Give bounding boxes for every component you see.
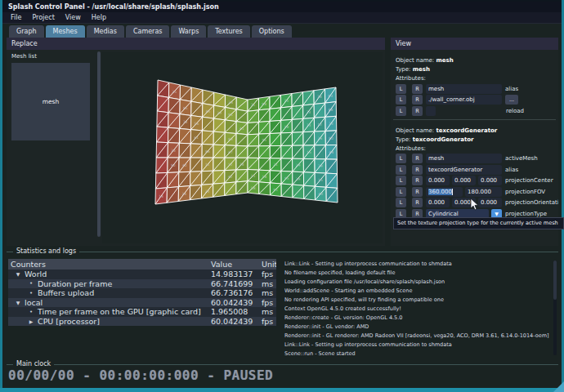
link-l-button[interactable]: L [396,106,406,116]
attribute-name-label: projectionType [505,211,547,217]
tab-warps[interactable]: Warps [171,25,206,38]
column-header-value[interactable]: Value [209,260,260,269]
svg-text:78: 78 [183,120,188,124]
collapsed-icon[interactable]: ▶ [28,318,34,324]
projectionOrientation-input[interactable]: 0.000 [426,198,450,207]
tabbar: GraphMeshesMediasCamerasWarpsTexturesOpt… [9,25,292,38]
svg-text:73: 73 [307,110,311,114]
view-panel-header[interactable]: View [391,38,558,50]
svg-text:23: 23 [205,189,210,194]
link-r-button[interactable]: R [412,84,423,94]
menu-view[interactable]: View [65,12,81,24]
link-r-button[interactable]: R [412,106,423,116]
link-l-button[interactable]: L [396,198,406,207]
log-line: World::addScene - Starting an embedded S… [284,287,551,296]
counter-value: 66.741699 [209,279,260,288]
link-r-button[interactable]: R [412,154,423,163]
window-border-left [0,0,2,392]
link-r-button[interactable]: R [412,198,423,207]
expanded-icon[interactable]: ▼ [15,300,21,305]
mesh-3d-viewport[interactable]: 1435339085784034566185861123393491834712… [102,52,383,243]
projectionCenter-input[interactable]: 0.000 [426,176,450,185]
svg-text:73: 73 [307,123,311,127]
svg-text:71: 71 [251,103,256,107]
counter-row-time[interactable]: •Time per frame on the GPU [graphic card… [8,307,276,317]
svg-text:26: 26 [317,136,322,140]
alias-input[interactable]: texcoordGenerator [426,165,502,175]
counter-row-local[interactable]: ▼local60.042439fps [8,298,276,308]
link-l-button[interactable]: L [396,165,406,175]
tab-options[interactable]: Options [252,25,292,38]
log-scrollbar[interactable] [553,261,557,355]
window-resize-grip[interactable] [553,381,564,392]
svg-text:83: 83 [228,137,233,141]
link-r-button[interactable]: R [412,165,423,175]
log-line: Renderer::init - GL vendor: AMD [284,323,551,332]
link-l-button[interactable]: L [396,176,406,185]
svg-text:91: 91 [228,113,233,117]
link-r-button[interactable]: R [412,187,423,197]
counter-unit: ms [260,279,276,288]
tab-textures[interactable]: Textures [208,25,249,38]
svg-text:41: 41 [239,127,244,131]
svg-text:91: 91 [273,188,278,192]
menubar: FileProjectViewHelp [2,12,562,24]
counter-row-cpu[interactable]: ▶CPU [processor]60.042439fps [8,317,276,327]
svg-text:47: 47 [228,150,233,154]
projectionFOV-input[interactable]: 360.000 [426,187,463,197]
counter-row-duration[interactable]: •Duration per frame66.741699ms [8,279,276,289]
tab-medias[interactable]: Medias [87,25,124,38]
menu-file[interactable]: File [11,12,21,24]
log-line: Renderer::create - GL version: OpenGL 4.… [284,314,551,323]
mesh-list-scrollbar[interactable] [97,51,101,237]
value-input[interactable]: ./wall_corner.obj [426,95,502,105]
projectionFOV-input[interactable]: 180.000 [465,187,502,197]
svg-text:11: 11 [205,163,210,167]
svg-text:42: 42 [228,175,233,179]
counter-row-buffers[interactable]: •Buffers upload66.736176ms [8,288,276,298]
mesh-list-item-mesh[interactable]: mesh [11,63,90,140]
link-r-button[interactable]: R [412,176,423,185]
alias-input[interactable]: mesh [426,84,502,94]
window-title: Splash Control Panel - /usr/local/share/… [2,2,562,12]
svg-text:85: 85 [183,106,188,110]
reload-checkbox[interactable] [426,106,436,116]
counter-value: 66.736176 [209,288,260,297]
projectionCenter-input[interactable]: 0.000 [478,176,502,185]
link-l-button[interactable]: L [396,187,406,197]
tab-graph[interactable]: Graph [9,25,44,38]
counters-table-header: CountersValueUnit [8,259,276,270]
tab-meshes[interactable]: Meshes [46,25,85,38]
svg-text:86: 86 [205,149,210,154]
link-l-button[interactable]: L [396,154,406,163]
replace-panel-header[interactable]: Replace [7,38,385,50]
menu-project[interactable]: Project [32,12,54,24]
menu-help[interactable]: Help [92,12,106,24]
link-r-button[interactable]: R [412,95,423,105]
collapse-dash-icon [7,252,13,252]
attribute-name-label: projectionCenter [505,177,553,184]
svg-text:61: 61 [194,136,199,140]
svg-text:11: 11 [251,174,256,178]
replace-panel: Replace Mesh list mesh 14353390857840345… [7,38,385,246]
column-header-counters[interactable]: Counters [8,260,209,269]
counter-unit: fps [260,298,276,307]
expanded-icon[interactable]: ▼ [15,271,21,277]
projectionOrientation-input[interactable]: 0.000 [478,198,502,207]
svg-text:78: 78 [317,95,322,99]
statistics-section-header[interactable]: Statistics and logs [7,247,558,256]
svg-text:33: 33 [171,149,176,153]
tab-cameras[interactable]: Cameras [126,25,170,38]
projectionCenter-input[interactable]: 0.000 [452,176,476,185]
svg-text:58: 58 [251,186,256,190]
svg-text:29: 29 [296,163,301,167]
svg-text:56: 56 [195,122,199,126]
file-browse-button[interactable]: ... [505,95,518,105]
activeMesh-input[interactable]: mesh [426,154,502,163]
link-l-button[interactable]: L [396,95,406,105]
link-l-button[interactable]: L [396,84,406,94]
column-header-unit[interactable]: Unit [260,260,276,269]
counter-row-world[interactable]: ▼World14.983137fps [8,270,276,279]
log-output: Link::Link - Setting up interprocess com… [284,260,551,355]
log-scrollbar-handle[interactable] [553,261,557,300]
